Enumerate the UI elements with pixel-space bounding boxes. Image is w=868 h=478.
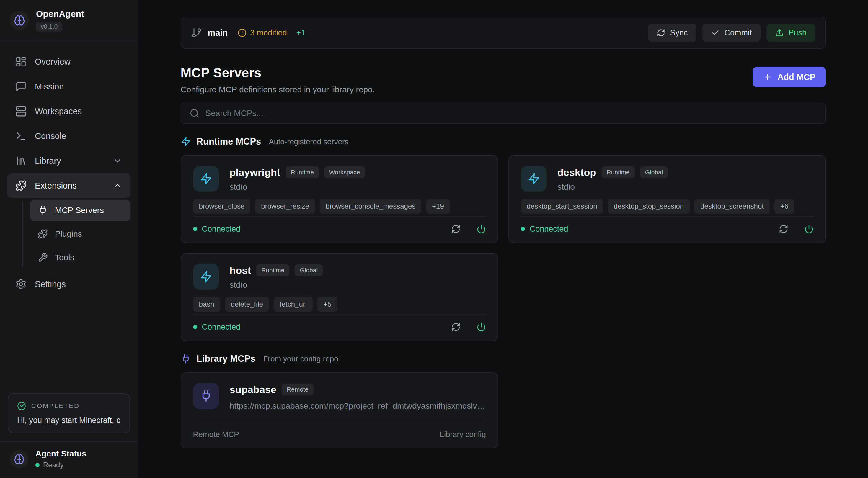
tool-tags: bash delete_file fetch_url +5	[193, 297, 486, 312]
upload-icon	[775, 29, 783, 37]
tool-tag: delete_file	[225, 297, 269, 312]
add-mcp-label: Add MCP	[777, 72, 815, 82]
mcp-name: desktop	[557, 167, 596, 178]
badge-runtime: Runtime	[256, 264, 289, 276]
card-header: supabase Remote https://mcp.supabase.com…	[193, 383, 486, 411]
tool-tag: desktop_stop_session	[608, 199, 690, 214]
mcp-card-host[interactable]: host Runtime Global stdio bash delete_fi…	[181, 253, 498, 341]
tool-tag: desktop_start_session	[521, 199, 603, 214]
brand-header: OpenAgent v0.1.0	[0, 0, 137, 40]
section-title: Runtime MCPs	[197, 136, 261, 147]
push-button[interactable]: Push	[767, 24, 815, 42]
agent-status-bar: Agent Status Ready	[0, 441, 137, 478]
page-header: MCP Servers Configure MCP definitions st…	[181, 65, 826, 94]
connection-status: Connected	[193, 225, 241, 234]
more-tags-count[interactable]: +5	[317, 297, 337, 312]
chevron-up-icon	[113, 181, 122, 190]
sync-icon	[657, 29, 665, 37]
badge-global: Global	[294, 264, 323, 276]
tool-tag: bash	[193, 297, 220, 312]
status-dot	[35, 463, 39, 467]
tool-tags: desktop_start_session desktop_stop_sessi…	[521, 199, 814, 214]
sidebar-item-settings[interactable]: Settings	[7, 272, 130, 296]
puzzle-icon	[16, 180, 27, 191]
sidebar-item-overview[interactable]: Overview	[7, 49, 130, 74]
search-bar	[181, 103, 826, 124]
sidebar-item-label: Extensions	[35, 181, 77, 191]
refresh-icon	[779, 224, 788, 234]
search-icon	[190, 108, 199, 118]
restart-button[interactable]	[451, 322, 461, 332]
completed-status-card[interactable]: COMPLETED Hi, you may start Minecraft, c	[8, 393, 130, 433]
main-content: main 3 modified +1 Sync Commit Push	[138, 0, 868, 478]
status-label: Connected	[202, 225, 241, 234]
card-header: desktop Runtime Global stdio	[521, 166, 814, 192]
card-header-text: desktop Runtime Global stdio	[557, 166, 668, 192]
zap-icon	[193, 264, 219, 290]
refresh-icon	[451, 322, 461, 332]
badge-global: Global	[640, 166, 668, 178]
card-header-text: host Runtime Global stdio	[230, 264, 323, 290]
agent-status-title: Agent Status	[35, 449, 87, 458]
sidebar-item-label: Mission	[35, 82, 64, 92]
status-dot	[193, 227, 197, 231]
card-footer: Remote MCP Library config	[193, 422, 486, 439]
add-mcp-button[interactable]: Add MCP	[752, 67, 826, 87]
commit-button[interactable]: Commit	[702, 24, 761, 42]
sidebar-item-plugins[interactable]: Plugins	[30, 223, 130, 245]
agent-state: Ready	[35, 461, 87, 469]
sidebar-bottom: COMPLETED Hi, you may start Minecraft, c…	[0, 393, 137, 478]
puzzle-icon	[38, 229, 48, 239]
power-button[interactable]	[804, 224, 814, 234]
sidebar-item-extensions[interactable]: Extensions	[7, 173, 130, 198]
more-tags-count[interactable]: +19	[426, 199, 450, 214]
restart-button[interactable]	[451, 224, 461, 234]
remote-mcp-label: Remote MCP	[193, 430, 239, 439]
sidebar-item-label: Workspaces	[35, 106, 82, 116]
terminal-icon	[16, 130, 27, 141]
sidebar-nav: Overview Mission Workspaces Console Libr…	[0, 40, 137, 296]
page-subtitle: Configure MCP definitions stored in your…	[181, 85, 375, 94]
chevron-down-icon	[113, 156, 122, 165]
tool-tag: browser_close	[193, 199, 251, 214]
version-badge: v0.1.0	[36, 22, 62, 32]
more-tags-count[interactable]: +6	[774, 199, 794, 214]
section-subtitle: Auto-registered servers	[269, 137, 348, 146]
check-circle-icon	[17, 402, 26, 410]
sidebar-item-label: Library	[35, 156, 61, 166]
check-icon	[711, 29, 719, 37]
app-title: OpenAgent	[36, 9, 84, 19]
sidebar-item-library[interactable]: Library	[7, 149, 130, 173]
connection-status: Connected	[521, 225, 568, 234]
app-window: OpenAgent v0.1.0 Overview Mission Worksp…	[0, 0, 868, 478]
restart-button[interactable]	[779, 224, 788, 234]
mcp-card-playwright[interactable]: playwright Runtime Workspace stdio brows…	[181, 155, 498, 243]
power-button[interactable]	[476, 224, 486, 234]
mcp-card-supabase[interactable]: supabase Remote https://mcp.supabase.com…	[181, 372, 498, 448]
power-icon	[476, 322, 486, 332]
sidebar-item-tools[interactable]: Tools	[30, 247, 130, 268]
sidebar-item-mcp-servers[interactable]: MCP Servers	[30, 200, 130, 221]
search-input[interactable]	[206, 108, 817, 118]
runtime-mcp-grid: playwright Runtime Workspace stdio brows…	[181, 155, 826, 341]
push-label: Push	[788, 28, 807, 37]
power-icon	[476, 224, 486, 234]
mcp-name: supabase	[230, 384, 276, 395]
mcp-card-desktop[interactable]: desktop Runtime Global stdio desktop_sta…	[508, 155, 826, 243]
extensions-subnav: MCP Servers Plugins Tools	[23, 200, 130, 270]
commit-label: Commit	[724, 28, 752, 37]
badge-workspace: Workspace	[324, 166, 365, 178]
tool-tag: browser_console_messages	[320, 199, 421, 214]
sidebar-item-mission[interactable]: Mission	[7, 74, 130, 99]
dashboard-icon	[16, 56, 27, 67]
power-button[interactable]	[476, 322, 486, 332]
sync-button[interactable]: Sync	[648, 24, 696, 42]
sidebar-item-console[interactable]: Console	[7, 124, 130, 149]
server-icon	[16, 106, 27, 117]
brand-text: OpenAgent v0.1.0	[36, 9, 84, 32]
completed-message: Hi, you may start Minecraft, c	[17, 416, 120, 425]
sidebar-item-workspaces[interactable]: Workspaces	[7, 99, 130, 124]
sidebar: OpenAgent v0.1.0 Overview Mission Worksp…	[0, 0, 138, 478]
zap-icon	[521, 166, 547, 192]
mcp-url: https://mcp.supabase.com/mcp?project_ref…	[230, 401, 486, 411]
